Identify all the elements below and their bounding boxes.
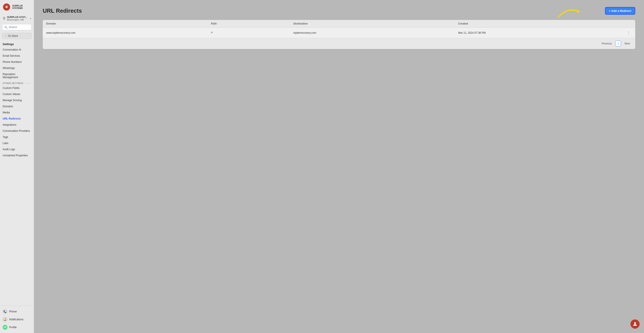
sidebar-item-phone-numbers[interactable]: Phone Numbers: [0, 59, 34, 65]
avatar-icon: [632, 322, 638, 327]
sidebar-item-custom-fields[interactable]: Custom Fields: [0, 85, 34, 91]
account-location: Bloomington, MN: [7, 18, 29, 21]
cell-path: /*: [211, 31, 293, 34]
phone-icon: 📞: [3, 309, 8, 314]
sidebar-item-integrations[interactable]: Integrations: [0, 122, 34, 128]
phone-label: Phone: [9, 310, 17, 313]
brand-name: SURPLUSSYSTEMS: [12, 4, 23, 9]
sidebar-item-conversation-providers[interactable]: Conversation Providers: [0, 128, 34, 134]
bell-icon: 🔔: [3, 317, 8, 322]
sidebar-item-domains[interactable]: Domains: [0, 103, 34, 109]
col-header-actions: [623, 22, 632, 25]
cell-created: Mar 11, 2024 07:38 PM: [458, 31, 623, 34]
sidebar-item-labs[interactable]: Labs: [0, 140, 34, 146]
sidebar-logo: SURPLUSSYSTEMS: [0, 0, 34, 14]
bottom-right-avatar[interactable]: [630, 320, 640, 329]
sidebar-item-reputation-management[interactable]: Reputation Management: [0, 71, 34, 80]
search-icon: 🔍: [4, 26, 8, 29]
sidebar: SURPLUSSYSTEMS SURPLUS SYST... Bloomingt…: [0, 0, 34, 333]
search-box[interactable]: 🔍 ⚡: [2, 24, 32, 30]
location-icon: [3, 17, 6, 20]
nav-items: Conversation AI Email Services Phone Num…: [0, 47, 34, 80]
sidebar-item-profile[interactable]: CP Profile: [0, 323, 34, 331]
sidebar-item-media[interactable]: Media: [0, 109, 34, 116]
sidebar-item-tags[interactable]: Tags: [0, 134, 34, 140]
main-content: URL Redirects + Add a Redirect Domain Pa…: [34, 0, 644, 333]
sidebar-item-url-redirects[interactable]: URL Redirects: [0, 116, 34, 122]
table-header: Domain Path Destination Created: [43, 20, 635, 27]
previous-page-button[interactable]: Previous: [600, 41, 614, 46]
sidebar-item-custom-values[interactable]: Custom Values: [0, 91, 34, 97]
col-header-created: Created: [458, 22, 623, 25]
search-input[interactable]: [9, 26, 34, 29]
row-actions-menu[interactable]: ⋮: [626, 30, 632, 35]
profile-avatar: CP: [3, 325, 8, 330]
settings-header: Settings: [0, 40, 34, 47]
page-header: URL Redirects + Add a Redirect: [43, 7, 635, 15]
account-name: SURPLUS SYST...: [7, 16, 29, 18]
col-header-domain: Domain: [46, 22, 211, 25]
svg-point-2: [4, 18, 4, 18]
sidebar-item-conversation-ai[interactable]: Conversation AI: [0, 47, 34, 53]
cell-actions[interactable]: ⋮: [623, 30, 632, 35]
profile-label: Profile: [9, 326, 17, 329]
account-info: SURPLUS SYST... Bloomington, MN: [7, 16, 29, 21]
current-page-indicator[interactable]: 1: [615, 41, 621, 46]
url-redirects-table: Domain Path Destination Created www.topt…: [43, 20, 635, 49]
other-nav-items: Custom Fields Custom Values Manage Scori…: [0, 85, 34, 159]
account-selector[interactable]: SURPLUS SYST... Bloomington, MN ▾: [0, 14, 34, 23]
sidebar-item-whatsapp[interactable]: WhatsApp: [0, 65, 34, 71]
cell-domain: www.toptierrecovery.com: [46, 31, 211, 34]
sidebar-bottom: 📞 Phone 🔔 Notifications CP Profile: [0, 306, 34, 333]
next-page-button[interactable]: Next: [623, 41, 632, 46]
chevron-down-icon: ▾: [30, 17, 31, 20]
pagination: Previous 1 Next: [43, 38, 635, 49]
col-header-path: Path: [211, 22, 293, 25]
brand-logo-icon: [3, 3, 10, 11]
svg-point-1: [6, 6, 8, 8]
page-title: URL Redirects: [43, 7, 82, 14]
sidebar-item-notifications[interactable]: 🔔 Notifications: [0, 316, 34, 323]
sidebar-item-email-services[interactable]: Email Services: [0, 53, 34, 59]
notifications-label: Notifications: [9, 318, 24, 321]
svg-point-4: [634, 322, 636, 324]
sidebar-item-audit-logs[interactable]: Audit Logs: [0, 146, 34, 152]
sidebar-item-manage-scoring[interactable]: Manage Scoring: [0, 97, 34, 103]
go-back-button[interactable]: ← Go Back: [2, 33, 32, 39]
cell-destination: toptierrecovery.com: [293, 31, 458, 34]
other-settings-divider: OTHER SETTINGS: [0, 80, 34, 85]
add-redirect-button[interactable]: + Add a Redirect: [605, 7, 635, 15]
sidebar-item-phone[interactable]: 📞 Phone: [0, 308, 34, 316]
sidebar-item-unclaimed-properties[interactable]: Unclaimed Properties: [0, 152, 34, 159]
col-header-destination: Destination: [293, 22, 458, 25]
table-row: www.toptierrecovery.com /* toptierrecove…: [43, 27, 635, 38]
